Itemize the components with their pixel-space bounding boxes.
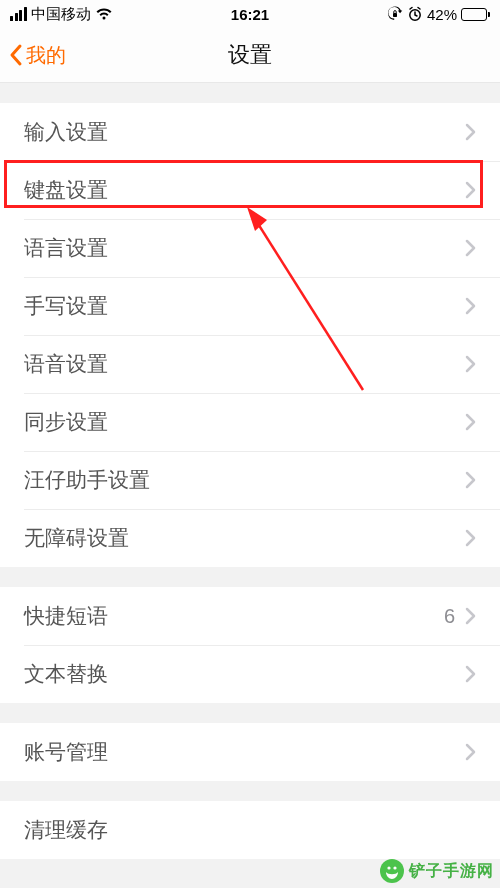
svg-point-6 — [393, 866, 396, 869]
row-text-replacement[interactable]: 文本替换 — [0, 645, 500, 703]
watermark-text: 铲子手游网 — [409, 861, 494, 882]
battery-icon — [461, 8, 490, 21]
row-label: 文本替换 — [24, 660, 108, 688]
svg-point-5 — [387, 866, 390, 869]
status-bar: 中国移动 16:21 42% — [0, 0, 500, 28]
row-label: 输入设置 — [24, 118, 108, 146]
chevron-right-icon — [465, 743, 476, 761]
back-label: 我的 — [26, 42, 66, 69]
row-sync-settings[interactable]: 同步设置 — [0, 393, 500, 451]
back-button[interactable]: 我的 — [8, 42, 66, 69]
row-clear-cache[interactable]: 清理缓存 — [0, 801, 500, 859]
chevron-right-icon — [465, 413, 476, 431]
row-label: 无障碍设置 — [24, 524, 129, 552]
row-label: 同步设置 — [24, 408, 108, 436]
row-keyboard-settings[interactable]: 键盘设置 — [0, 161, 500, 219]
chevron-right-icon — [465, 529, 476, 547]
settings-group-1: 快捷短语 6 文本替换 — [0, 587, 500, 703]
alarm-icon — [407, 6, 423, 22]
row-accessibility-settings[interactable]: 无障碍设置 — [0, 509, 500, 567]
status-right: 42% — [387, 6, 490, 23]
row-label: 汪仔助手设置 — [24, 466, 150, 494]
row-account-management[interactable]: 账号管理 — [0, 723, 500, 781]
chevron-right-icon — [465, 181, 476, 199]
page-title: 设置 — [228, 40, 272, 70]
chevron-right-icon — [465, 123, 476, 141]
chevron-right-icon — [465, 607, 476, 625]
settings-group-3: 清理缓存 — [0, 801, 500, 859]
svg-point-4 — [380, 859, 404, 883]
row-handwriting-settings[interactable]: 手写设置 — [0, 277, 500, 335]
wifi-icon — [95, 7, 113, 21]
battery-percent: 42% — [427, 6, 457, 23]
row-quick-phrases[interactable]: 快捷短语 6 — [0, 587, 500, 645]
row-label: 语音设置 — [24, 350, 108, 378]
row-input-settings[interactable]: 输入设置 — [0, 103, 500, 161]
rotation-lock-icon — [387, 6, 403, 22]
row-label: 语言设置 — [24, 234, 108, 262]
row-language-settings[interactable]: 语言设置 — [0, 219, 500, 277]
row-label: 清理缓存 — [24, 816, 108, 844]
settings-group-0: 输入设置 键盘设置 语言设置 手写设置 语音设置 同步设置 汪仔助手设置 无障碍… — [0, 103, 500, 567]
svg-rect-0 — [393, 13, 397, 17]
row-label: 账号管理 — [24, 738, 108, 766]
chevron-right-icon — [465, 665, 476, 683]
row-value: 6 — [444, 605, 455, 628]
signal-icon — [10, 7, 27, 21]
chevron-right-icon — [465, 355, 476, 373]
row-label: 快捷短语 — [24, 602, 108, 630]
watermark: 铲子手游网 — [379, 858, 494, 884]
row-label: 手写设置 — [24, 292, 108, 320]
row-label: 键盘设置 — [24, 176, 108, 204]
carrier-label: 中国移动 — [31, 5, 91, 24]
chevron-right-icon — [465, 471, 476, 489]
row-voice-settings[interactable]: 语音设置 — [0, 335, 500, 393]
status-time: 16:21 — [231, 6, 269, 23]
row-assistant-settings[interactable]: 汪仔助手设置 — [0, 451, 500, 509]
chevron-right-icon — [465, 239, 476, 257]
status-left: 中国移动 — [10, 5, 113, 24]
settings-group-2: 账号管理 — [0, 723, 500, 781]
watermark-logo-icon — [379, 858, 405, 884]
chevron-right-icon — [465, 297, 476, 315]
nav-header: 我的 设置 — [0, 28, 500, 83]
